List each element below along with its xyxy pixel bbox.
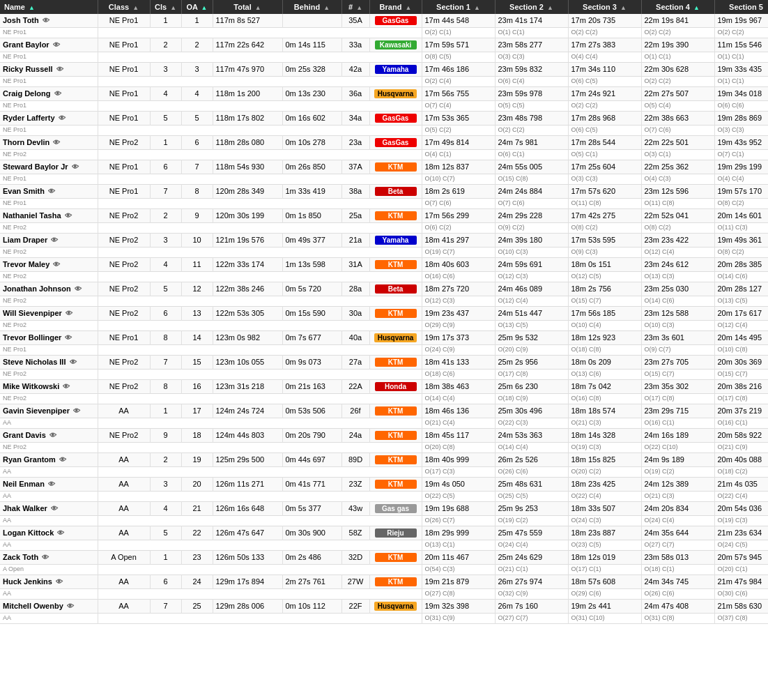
table-row: Huck Jenkins 👁 AA 6 24 129m 17s 894 2m 2…: [0, 575, 768, 589]
brand-badge: KTM: [375, 480, 417, 489]
cell-name: Ryan Grantom 👁: [0, 453, 98, 467]
sub-s2: O(22) C(3): [495, 418, 568, 429]
cell-behind: 0m 13s 230: [282, 87, 341, 101]
table-row: Ricky Russell 👁 NE Pro1 3 3 117m 47s 970…: [0, 63, 768, 77]
cell-s3: 18m 0s 151: [568, 258, 641, 272]
sub-s3: O(24) C(3): [568, 516, 641, 526]
eye-icon[interactable]: 👁: [57, 529, 64, 537]
eye-icon[interactable]: 👁: [49, 432, 56, 439]
header-s4[interactable]: Section 4 ▲: [641, 0, 714, 14]
cell-oa: 16: [181, 380, 213, 394]
header-total[interactable]: Total ▲: [213, 0, 282, 14]
header-class[interactable]: Class ▲: [98, 0, 150, 14]
sub-class-label: NE Pro1: [0, 77, 98, 87]
header-behind[interactable]: Behind ▲: [282, 0, 341, 14]
cell-s1: 19m 4s 050: [422, 478, 495, 492]
sub-s5: O(1) C(1): [714, 52, 768, 63]
cell-total: 120m 28s 349: [213, 185, 282, 199]
eye-icon[interactable]: 👁: [53, 139, 60, 146]
cell-total: 126m 50s 133: [213, 551, 282, 565]
sub-s3: O(12) C(5): [568, 272, 641, 282]
cell-num: 23Z: [341, 478, 369, 492]
header-num[interactable]: # ▲: [341, 0, 369, 14]
cell-s2: 24m 46s 089: [495, 282, 568, 296]
cell-s2: 25m 48s 631: [495, 478, 568, 492]
cell-num: 23a: [341, 136, 369, 150]
cell-brand: KTM: [369, 307, 422, 321]
cell-s2: 23m 48s 798: [495, 112, 568, 125]
table-sub-row: AA O(17) C(3) O(26) C(6) O(20) C(2) O(19…: [0, 467, 768, 478]
sub-s5: O(2) C(2): [714, 28, 768, 38]
cell-oa: 22: [181, 526, 213, 540]
eye-icon[interactable]: 👁: [59, 456, 66, 464]
sub-s3: O(11) C(8): [568, 199, 641, 209]
eye-icon[interactable]: 👁: [65, 334, 72, 342]
header-cls[interactable]: Cls ▲: [150, 0, 181, 14]
cell-class: NE Pro1: [98, 185, 150, 199]
table-sub-row: NE Pro2 O(19) C(7) O(10) C(3) O(9) C(3) …: [0, 248, 768, 258]
eye-icon[interactable]: 👁: [66, 310, 72, 317]
eye-icon[interactable]: 👁: [75, 285, 82, 293]
sub-s1: O(16) C(6): [422, 272, 495, 282]
cell-s1: 19m 32s 398: [422, 600, 495, 614]
cell-brand: Yamaha: [369, 63, 422, 77]
header-s2[interactable]: Section 2 ▲: [495, 0, 568, 14]
eye-icon[interactable]: 👁: [42, 554, 49, 561]
eye-icon[interactable]: 👁: [67, 602, 74, 610]
cell-class: AA: [98, 575, 150, 589]
cell-class: NE Pro1: [98, 38, 150, 52]
header-oa[interactable]: OA ▲: [181, 0, 213, 14]
header-s1[interactable]: Section 1 ▲: [422, 0, 495, 14]
cell-brand: KTM: [369, 575, 422, 589]
eye-icon[interactable]: 👁: [51, 236, 58, 244]
sub-s2: O(5) C(5): [495, 101, 568, 112]
cell-name: Trevor Bollinger 👁: [0, 331, 98, 345]
brand-badge: KTM: [375, 309, 417, 318]
sub-s2: O(32) C(9): [495, 589, 568, 600]
header-s3[interactable]: Section 3 ▲: [568, 0, 641, 14]
brand-badge: GasGas: [375, 138, 417, 147]
eye-icon[interactable]: 👁: [73, 407, 80, 415]
cell-behind: 0m 44s 697: [282, 453, 341, 467]
eye-icon[interactable]: 👁: [72, 163, 79, 171]
cell-behind: 0m 9s 073: [282, 356, 341, 370]
sort-s1-icon: ▲: [474, 4, 480, 11]
cell-class: A Open: [98, 551, 150, 565]
sub-s1: O(12) C(3): [422, 296, 495, 307]
cell-class: NE Pro2: [98, 258, 150, 272]
header-s5[interactable]: Section 5 ▲: [714, 0, 768, 14]
cell-total: 117m 47s 970: [213, 63, 282, 77]
cell-s4: 23m 35s 302: [641, 380, 714, 394]
cell-num: 37A: [341, 160, 369, 174]
sub-class-label: NE Pro1: [0, 28, 98, 38]
cell-s3: 18m 18s 574: [568, 404, 641, 418]
eye-icon[interactable]: 👁: [65, 212, 72, 220]
eye-icon[interactable]: 👁: [56, 66, 63, 73]
cell-class: NE Pro2: [98, 282, 150, 296]
cell-num: 25a: [341, 209, 369, 223]
eye-icon[interactable]: 👁: [54, 90, 61, 98]
eye-icon[interactable]: 👁: [56, 578, 63, 586]
table-sub-row: AA O(21) C(4) O(22) C(3) O(21) C(3) O(16…: [0, 418, 768, 429]
eye-icon[interactable]: 👁: [51, 505, 58, 512]
cell-class: AA: [98, 502, 150, 516]
eye-icon[interactable]: 👁: [48, 188, 55, 195]
sub-s3: O(20) C(2): [568, 467, 641, 478]
sub-s4: O(19) C(2): [641, 467, 714, 478]
eye-icon[interactable]: 👁: [48, 480, 55, 488]
header-brand[interactable]: Brand ▲: [369, 0, 422, 14]
header-name[interactable]: Name ▲: [0, 0, 98, 14]
eye-icon[interactable]: 👁: [53, 41, 60, 49]
eye-icon[interactable]: 👁: [53, 261, 60, 268]
cell-s3: 18m 12s 923: [568, 331, 641, 345]
brand-badge: Rieju: [375, 528, 417, 538]
cell-s4: 23m 29s 715: [641, 404, 714, 418]
eye-icon[interactable]: 👁: [70, 358, 77, 366]
cell-s4: 24m 34s 745: [641, 575, 714, 589]
cell-s5: 20m 28s 385: [714, 258, 768, 272]
cell-s5: 20m 57s 945: [714, 551, 768, 565]
cell-cls: 4: [150, 258, 181, 272]
eye-icon[interactable]: 👁: [63, 383, 70, 390]
eye-icon[interactable]: 👁: [43, 17, 49, 24]
eye-icon[interactable]: 👁: [59, 114, 66, 122]
